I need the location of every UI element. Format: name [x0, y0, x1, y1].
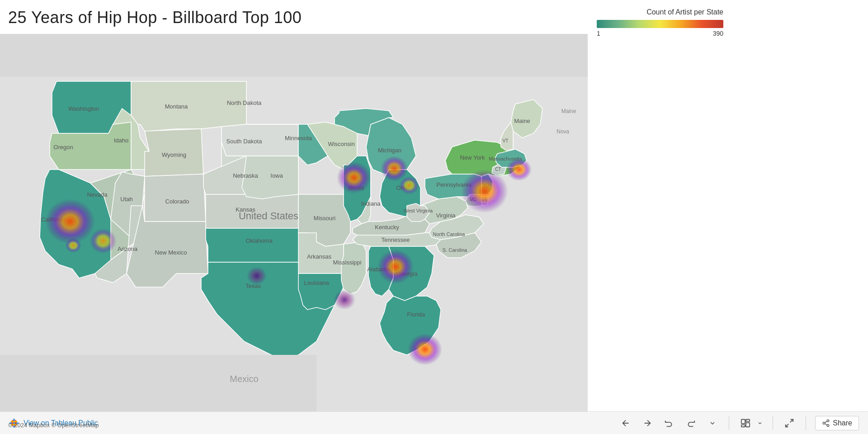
svg-point-14 — [827, 420, 830, 422]
undo-button[interactable] — [662, 416, 676, 430]
hotspot-san-diego — [65, 238, 81, 253]
state-kansas — [206, 194, 298, 228]
hotspot-boston — [506, 158, 532, 181]
hotspot-miami — [408, 334, 442, 365]
svg-line-18 — [825, 421, 827, 422]
legend-max-label: 390 — [713, 30, 723, 37]
legend-gradient — [597, 20, 723, 28]
hotspot-chicago — [337, 162, 371, 193]
label-maine-region: Maine — [561, 108, 576, 114]
hotspot-nyc — [461, 170, 508, 213]
hotspot-phoenix — [90, 228, 117, 254]
state-wyoming — [145, 129, 203, 176]
svg-rect-8 — [741, 419, 745, 423]
forward-button[interactable] — [640, 416, 655, 430]
svg-line-12 — [790, 419, 793, 422]
footer-copyright: © 2024 Mapbox © OpenStreetMap — [8, 422, 99, 429]
map-container: Washington Oregon California Nevada Idah… — [0, 34, 588, 414]
share-label: Share — [833, 419, 852, 427]
canada-region — [0, 34, 588, 77]
dropdown-button[interactable] — [705, 416, 720, 430]
svg-rect-9 — [746, 419, 750, 421]
label-mexico: Mexico — [230, 374, 258, 384]
footer-controls: Share — [618, 416, 859, 430]
divider-3 — [806, 416, 806, 430]
hotspot-detroit — [381, 156, 408, 181]
state-iowa — [242, 156, 298, 199]
label-nova-scotia: Nova — [557, 128, 569, 135]
hotspot-cleveland — [399, 176, 419, 194]
state-north-dakota — [222, 124, 298, 156]
legend-title: Count of Artist per State — [579, 8, 723, 16]
svg-point-16 — [827, 425, 830, 427]
state-montana — [131, 81, 246, 131]
fullscreen-button[interactable] — [782, 416, 797, 430]
svg-rect-10 — [746, 423, 750, 427]
mexico-region — [0, 355, 316, 414]
legend-container: Count of Artist per State 1 390 — [579, 8, 723, 37]
hotspot-new-orleans — [334, 290, 355, 310]
svg-rect-11 — [741, 425, 745, 427]
legend-min-label: 1 — [597, 30, 600, 37]
divider-1 — [729, 416, 729, 430]
hotspot-la — [45, 199, 95, 244]
hotspot-atlanta — [377, 250, 414, 284]
svg-line-13 — [786, 424, 788, 426]
divider-2 — [773, 416, 773, 430]
redo-button[interactable] — [684, 416, 698, 430]
dashboard-dropdown-button[interactable] — [756, 416, 764, 430]
state-colorado — [145, 174, 206, 222]
hotspot-houston — [247, 267, 267, 285]
page-title: 25 Years of Hip Hop - Billboard Top 100 — [8, 8, 302, 27]
footer: View on Tableau Public — [0, 411, 868, 434]
svg-line-17 — [825, 424, 827, 425]
legend-labels: 1 390 — [597, 30, 723, 37]
share-button[interactable]: Share — [815, 416, 859, 430]
dashboard-button[interactable] — [738, 416, 753, 430]
svg-point-15 — [823, 422, 826, 424]
back-button[interactable] — [618, 416, 633, 430]
